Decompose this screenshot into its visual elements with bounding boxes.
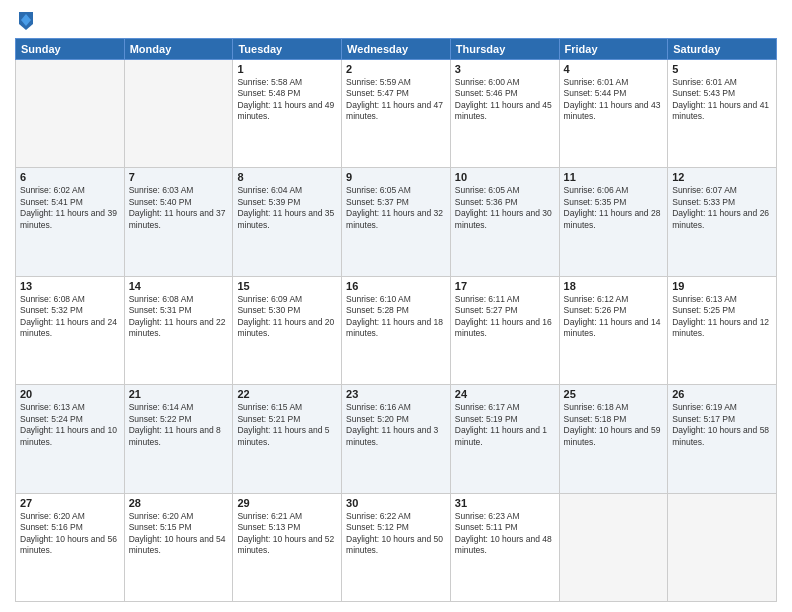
day-number: 5 bbox=[672, 63, 772, 75]
calendar-cell: 12Sunrise: 6:07 AMSunset: 5:33 PMDayligh… bbox=[668, 168, 777, 276]
calendar-cell: 23Sunrise: 6:16 AMSunset: 5:20 PMDayligh… bbox=[342, 385, 451, 493]
calendar-cell: 19Sunrise: 6:13 AMSunset: 5:25 PMDayligh… bbox=[668, 276, 777, 384]
day-number: 31 bbox=[455, 497, 555, 509]
calendar-cell: 28Sunrise: 6:20 AMSunset: 5:15 PMDayligh… bbox=[124, 493, 233, 601]
day-info: Sunrise: 6:10 AMSunset: 5:28 PMDaylight:… bbox=[346, 294, 446, 340]
day-info: Sunrise: 5:58 AMSunset: 5:48 PMDaylight:… bbox=[237, 77, 337, 123]
day-number: 24 bbox=[455, 388, 555, 400]
weekday-header-thursday: Thursday bbox=[450, 39, 559, 60]
calendar-cell: 30Sunrise: 6:22 AMSunset: 5:12 PMDayligh… bbox=[342, 493, 451, 601]
day-info: Sunrise: 6:15 AMSunset: 5:21 PMDaylight:… bbox=[237, 402, 337, 448]
calendar-cell bbox=[668, 493, 777, 601]
day-number: 15 bbox=[237, 280, 337, 292]
day-info: Sunrise: 6:17 AMSunset: 5:19 PMDaylight:… bbox=[455, 402, 555, 448]
day-info: Sunrise: 6:01 AMSunset: 5:43 PMDaylight:… bbox=[672, 77, 772, 123]
day-number: 2 bbox=[346, 63, 446, 75]
calendar-cell bbox=[16, 60, 125, 168]
day-info: Sunrise: 6:12 AMSunset: 5:26 PMDaylight:… bbox=[564, 294, 664, 340]
calendar-cell: 22Sunrise: 6:15 AMSunset: 5:21 PMDayligh… bbox=[233, 385, 342, 493]
day-number: 10 bbox=[455, 171, 555, 183]
calendar-cell: 3Sunrise: 6:00 AMSunset: 5:46 PMDaylight… bbox=[450, 60, 559, 168]
calendar-cell: 10Sunrise: 6:05 AMSunset: 5:36 PMDayligh… bbox=[450, 168, 559, 276]
day-number: 3 bbox=[455, 63, 555, 75]
day-number: 29 bbox=[237, 497, 337, 509]
calendar-cell: 15Sunrise: 6:09 AMSunset: 5:30 PMDayligh… bbox=[233, 276, 342, 384]
calendar-week-row: 1Sunrise: 5:58 AMSunset: 5:48 PMDaylight… bbox=[16, 60, 777, 168]
day-number: 8 bbox=[237, 171, 337, 183]
page: SundayMondayTuesdayWednesdayThursdayFrid… bbox=[0, 0, 792, 612]
day-info: Sunrise: 6:08 AMSunset: 5:31 PMDaylight:… bbox=[129, 294, 229, 340]
day-info: Sunrise: 6:11 AMSunset: 5:27 PMDaylight:… bbox=[455, 294, 555, 340]
day-number: 28 bbox=[129, 497, 229, 509]
calendar-cell: 17Sunrise: 6:11 AMSunset: 5:27 PMDayligh… bbox=[450, 276, 559, 384]
day-number: 18 bbox=[564, 280, 664, 292]
calendar-cell: 6Sunrise: 6:02 AMSunset: 5:41 PMDaylight… bbox=[16, 168, 125, 276]
weekday-header-tuesday: Tuesday bbox=[233, 39, 342, 60]
day-info: Sunrise: 6:20 AMSunset: 5:15 PMDaylight:… bbox=[129, 511, 229, 557]
calendar-cell: 13Sunrise: 6:08 AMSunset: 5:32 PMDayligh… bbox=[16, 276, 125, 384]
calendar-cell bbox=[124, 60, 233, 168]
calendar-cell bbox=[559, 493, 668, 601]
day-info: Sunrise: 6:06 AMSunset: 5:35 PMDaylight:… bbox=[564, 185, 664, 231]
day-number: 19 bbox=[672, 280, 772, 292]
day-number: 13 bbox=[20, 280, 120, 292]
day-info: Sunrise: 6:07 AMSunset: 5:33 PMDaylight:… bbox=[672, 185, 772, 231]
calendar-cell: 8Sunrise: 6:04 AMSunset: 5:39 PMDaylight… bbox=[233, 168, 342, 276]
calendar-week-row: 6Sunrise: 6:02 AMSunset: 5:41 PMDaylight… bbox=[16, 168, 777, 276]
day-number: 30 bbox=[346, 497, 446, 509]
calendar-week-row: 20Sunrise: 6:13 AMSunset: 5:24 PMDayligh… bbox=[16, 385, 777, 493]
header bbox=[15, 10, 777, 32]
day-info: Sunrise: 6:05 AMSunset: 5:37 PMDaylight:… bbox=[346, 185, 446, 231]
calendar-cell: 21Sunrise: 6:14 AMSunset: 5:22 PMDayligh… bbox=[124, 385, 233, 493]
day-info: Sunrise: 6:13 AMSunset: 5:24 PMDaylight:… bbox=[20, 402, 120, 448]
calendar-cell: 1Sunrise: 5:58 AMSunset: 5:48 PMDaylight… bbox=[233, 60, 342, 168]
day-info: Sunrise: 6:02 AMSunset: 5:41 PMDaylight:… bbox=[20, 185, 120, 231]
calendar-cell: 29Sunrise: 6:21 AMSunset: 5:13 PMDayligh… bbox=[233, 493, 342, 601]
calendar-cell: 2Sunrise: 5:59 AMSunset: 5:47 PMDaylight… bbox=[342, 60, 451, 168]
day-info: Sunrise: 6:05 AMSunset: 5:36 PMDaylight:… bbox=[455, 185, 555, 231]
calendar-cell: 27Sunrise: 6:20 AMSunset: 5:16 PMDayligh… bbox=[16, 493, 125, 601]
day-number: 14 bbox=[129, 280, 229, 292]
day-info: Sunrise: 6:08 AMSunset: 5:32 PMDaylight:… bbox=[20, 294, 120, 340]
day-number: 6 bbox=[20, 171, 120, 183]
calendar-cell: 11Sunrise: 6:06 AMSunset: 5:35 PMDayligh… bbox=[559, 168, 668, 276]
day-info: Sunrise: 6:01 AMSunset: 5:44 PMDaylight:… bbox=[564, 77, 664, 123]
day-number: 22 bbox=[237, 388, 337, 400]
calendar-cell: 18Sunrise: 6:12 AMSunset: 5:26 PMDayligh… bbox=[559, 276, 668, 384]
calendar-cell: 31Sunrise: 6:23 AMSunset: 5:11 PMDayligh… bbox=[450, 493, 559, 601]
weekday-header-row: SundayMondayTuesdayWednesdayThursdayFrid… bbox=[16, 39, 777, 60]
calendar-cell: 24Sunrise: 6:17 AMSunset: 5:19 PMDayligh… bbox=[450, 385, 559, 493]
calendar-cell: 9Sunrise: 6:05 AMSunset: 5:37 PMDaylight… bbox=[342, 168, 451, 276]
day-info: Sunrise: 6:04 AMSunset: 5:39 PMDaylight:… bbox=[237, 185, 337, 231]
calendar-week-row: 13Sunrise: 6:08 AMSunset: 5:32 PMDayligh… bbox=[16, 276, 777, 384]
calendar-cell: 5Sunrise: 6:01 AMSunset: 5:43 PMDaylight… bbox=[668, 60, 777, 168]
calendar-week-row: 27Sunrise: 6:20 AMSunset: 5:16 PMDayligh… bbox=[16, 493, 777, 601]
day-number: 20 bbox=[20, 388, 120, 400]
day-number: 12 bbox=[672, 171, 772, 183]
calendar-cell: 14Sunrise: 6:08 AMSunset: 5:31 PMDayligh… bbox=[124, 276, 233, 384]
day-number: 17 bbox=[455, 280, 555, 292]
day-number: 27 bbox=[20, 497, 120, 509]
day-number: 4 bbox=[564, 63, 664, 75]
day-number: 26 bbox=[672, 388, 772, 400]
day-info: Sunrise: 6:13 AMSunset: 5:25 PMDaylight:… bbox=[672, 294, 772, 340]
day-number: 25 bbox=[564, 388, 664, 400]
weekday-header-sunday: Sunday bbox=[16, 39, 125, 60]
calendar-cell: 26Sunrise: 6:19 AMSunset: 5:17 PMDayligh… bbox=[668, 385, 777, 493]
calendar-cell: 7Sunrise: 6:03 AMSunset: 5:40 PMDaylight… bbox=[124, 168, 233, 276]
calendar-table: SundayMondayTuesdayWednesdayThursdayFrid… bbox=[15, 38, 777, 602]
day-info: Sunrise: 6:21 AMSunset: 5:13 PMDaylight:… bbox=[237, 511, 337, 557]
calendar-cell: 25Sunrise: 6:18 AMSunset: 5:18 PMDayligh… bbox=[559, 385, 668, 493]
day-info: Sunrise: 6:14 AMSunset: 5:22 PMDaylight:… bbox=[129, 402, 229, 448]
day-number: 9 bbox=[346, 171, 446, 183]
day-info: Sunrise: 6:22 AMSunset: 5:12 PMDaylight:… bbox=[346, 511, 446, 557]
day-info: Sunrise: 6:18 AMSunset: 5:18 PMDaylight:… bbox=[564, 402, 664, 448]
logo bbox=[15, 10, 35, 32]
calendar-cell: 20Sunrise: 6:13 AMSunset: 5:24 PMDayligh… bbox=[16, 385, 125, 493]
day-info: Sunrise: 5:59 AMSunset: 5:47 PMDaylight:… bbox=[346, 77, 446, 123]
calendar-cell: 4Sunrise: 6:01 AMSunset: 5:44 PMDaylight… bbox=[559, 60, 668, 168]
day-number: 16 bbox=[346, 280, 446, 292]
day-number: 23 bbox=[346, 388, 446, 400]
day-info: Sunrise: 6:00 AMSunset: 5:46 PMDaylight:… bbox=[455, 77, 555, 123]
day-info: Sunrise: 6:23 AMSunset: 5:11 PMDaylight:… bbox=[455, 511, 555, 557]
